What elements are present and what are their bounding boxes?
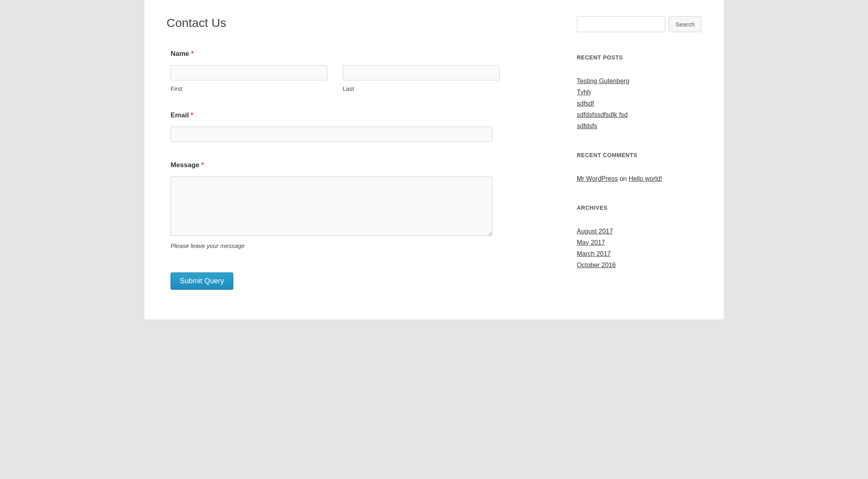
- message-label: Message *: [171, 161, 553, 169]
- list-item: sdfdsfssdfsdlk fsd: [577, 111, 701, 119]
- recent-post-link[interactable]: Tyhh: [577, 89, 591, 96]
- recent-post-link[interactable]: Testing Gutenberg: [577, 78, 629, 84]
- archive-link[interactable]: May 2017: [577, 239, 605, 246]
- email-label-text: Email: [171, 111, 189, 119]
- list-item: Tyhh: [577, 89, 701, 96]
- email-input[interactable]: [171, 127, 492, 142]
- list-item: October 2016: [577, 262, 701, 269]
- recent-comments-widget: RECENT COMMENTS Mr WordPress on Hello wo…: [577, 152, 701, 182]
- search-widget: Search: [577, 16, 701, 32]
- recent-comment-item: Mr WordPress on Hello world!: [577, 175, 701, 182]
- name-field-group: Name * First Last: [167, 50, 553, 92]
- comment-author-link[interactable]: Mr WordPress: [577, 175, 618, 182]
- search-input[interactable]: [577, 16, 665, 32]
- name-label-text: Name: [171, 50, 189, 57]
- email-label: Email *: [171, 111, 553, 119]
- first-name-input[interactable]: [171, 65, 327, 80]
- list-item: May 2017: [577, 239, 701, 246]
- first-name-sublabel: First: [171, 85, 327, 92]
- archive-link[interactable]: March 2017: [577, 250, 611, 257]
- recent-posts-widget: RECENT POSTS Testing Gutenberg Tyhh sdfs…: [577, 54, 701, 130]
- message-help-text: Please leave your message: [171, 242, 553, 249]
- page-title: Contact Us: [167, 16, 553, 30]
- submit-button[interactable]: Submit Query: [171, 272, 233, 290]
- recent-posts-title: RECENT POSTS: [577, 54, 701, 61]
- search-button[interactable]: Search: [668, 16, 701, 32]
- archives-title: ARCHIVES: [577, 205, 701, 211]
- list-item: sdfdsfs: [577, 123, 701, 130]
- list-item: August 2017: [577, 228, 701, 235]
- required-mark: *: [191, 50, 194, 57]
- last-name-sublabel: Last: [343, 85, 500, 92]
- required-mark: *: [191, 111, 193, 119]
- email-field-group: Email *: [167, 111, 553, 142]
- recent-comments-title: RECENT COMMENTS: [577, 152, 701, 158]
- archive-link[interactable]: October 2016: [577, 262, 616, 268]
- list-item: Testing Gutenberg: [577, 78, 701, 85]
- archive-link[interactable]: August 2017: [577, 228, 613, 235]
- required-mark: *: [202, 161, 204, 169]
- comment-post-link[interactable]: Hello world!: [629, 175, 662, 182]
- archives-widget: ARCHIVES August 2017 May 2017 March 2017…: [577, 205, 701, 269]
- message-field-group: Message * Please leave your message: [167, 161, 553, 249]
- last-name-input[interactable]: [343, 65, 500, 80]
- name-label: Name *: [171, 50, 553, 58]
- list-item: sdfsdf: [577, 100, 701, 107]
- comment-on-text: on: [618, 175, 629, 182]
- list-item: March 2017: [577, 250, 701, 258]
- message-textarea[interactable]: [171, 176, 492, 236]
- recent-post-link[interactable]: sdfsdf: [577, 100, 594, 107]
- recent-post-link[interactable]: sdfdsfs: [577, 123, 597, 129]
- recent-post-link[interactable]: sdfdsfssdfsdlk fsd: [577, 111, 627, 118]
- message-label-text: Message: [171, 161, 200, 169]
